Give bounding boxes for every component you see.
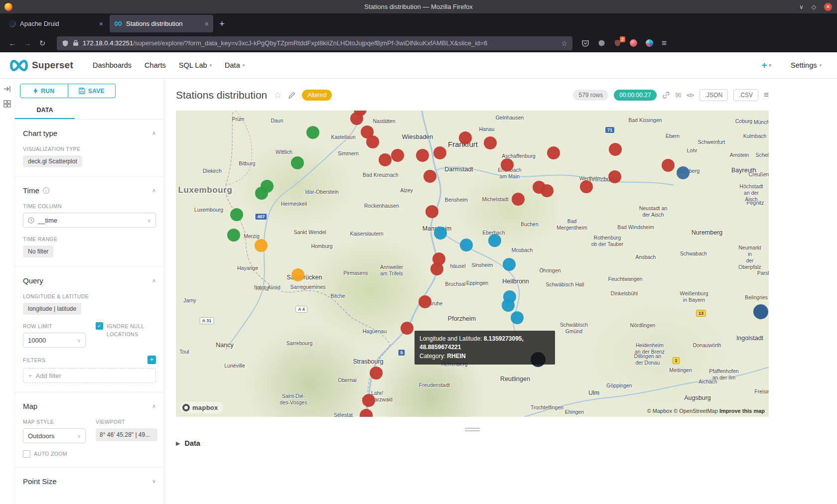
back-icon[interactable]: ← [5,39,20,47]
scatter-point[interactable] [255,187,268,200]
scatter-point[interactable] [512,193,525,206]
nav-data[interactable]: Data▾ [225,61,245,69]
scatter-point[interactable] [547,146,560,159]
tab-close-icon[interactable]: × [205,20,209,28]
scatter-point[interactable] [609,143,622,156]
maximize-button[interactable]: ◇ [812,4,816,10]
lonlat-chip[interactable]: longitude | latitude [23,303,81,315]
embed-code-icon[interactable]: </> [687,92,694,98]
data-results-panel[interactable]: ▶ Data [176,439,769,447]
tab-close-icon[interactable]: × [99,20,103,28]
chevron-down-icon[interactable]: ∨ [152,478,156,485]
scatter-point[interactable] [430,262,443,275]
scatter-point[interactable] [227,229,240,242]
improve-map-link[interactable]: Improve this map [719,408,765,414]
scatter-point[interactable] [662,159,675,172]
scatter-point[interactable] [503,258,516,271]
tab-data[interactable]: DATA [15,101,75,119]
auto-zoom-checkbox[interactable] [23,450,30,458]
pocket-icon[interactable] [581,39,589,47]
add-filter-box[interactable]: + Add filter [23,368,156,383]
adblock-shield-icon[interactable]: 2 [614,39,621,47]
scatter-point[interactable] [362,394,375,407]
time-range-chip[interactable]: No filter [23,246,53,257]
superset-logo[interactable]: Superset [9,59,73,72]
new-tab-button[interactable]: + [219,18,225,29]
time-column-select[interactable]: __time ∨ [23,213,156,228]
chevron-up-icon[interactable]: ∧ [152,130,156,136]
scatter-point[interactable] [291,268,304,281]
viewport-chip[interactable]: 8° 46' 45.28" | 49... [96,428,157,441]
osm-attribution-link[interactable]: © OpenStreetMap [674,408,718,414]
scatter-point[interactable] [306,126,319,139]
scatter-point[interactable] [230,208,243,221]
chevron-up-icon[interactable]: ∧ [152,277,156,284]
minimize-button[interactable]: ∨ [799,4,804,10]
scatter-point[interactable] [484,136,497,149]
info-icon[interactable]: i [43,187,49,194]
scatter-point[interactable] [370,367,383,379]
scatter-point[interactable] [416,149,429,162]
export-json-button[interactable]: .JSON [699,89,728,101]
scatter-point[interactable] [511,311,524,324]
resize-handle[interactable] [465,428,480,431]
chevron-up-icon[interactable]: ∧ [152,403,156,409]
reload-icon[interactable]: ↻ [35,39,50,48]
scatter-point[interactable] [488,234,501,247]
tab-apache-druid[interactable]: Apache Druid × [4,15,108,32]
scatter-point[interactable] [366,135,379,148]
add-filter-plus-button[interactable]: + [147,356,156,364]
nav-sql-lab[interactable]: SQL Lab▾ [179,61,212,69]
scatter-point[interactable] [434,227,447,240]
scatter-point[interactable] [753,304,768,319]
scatter-point[interactable] [423,170,436,183]
edit-title-icon[interactable] [288,92,295,99]
favorite-star-icon[interactable]: ☆ [274,90,281,101]
scatter-point[interactable] [418,295,431,308]
browser-menu-icon[interactable]: ≡ [662,38,667,48]
share-link-icon[interactable] [662,91,670,99]
scatter-point[interactable] [501,158,514,171]
map-canvas[interactable]: mapbox © Mapbox © OpenStreetMap Improve … [176,111,769,417]
mapbox-logo[interactable]: mapbox [180,402,223,413]
scatter-point[interactable] [608,170,621,183]
scatter-point[interactable] [433,146,446,159]
extension-icon[interactable] [598,39,605,47]
lock-icon[interactable] [73,40,79,46]
scatter-point[interactable] [459,131,472,144]
scatter-point[interactable] [391,149,404,162]
scatter-point[interactable] [425,205,438,218]
export-csv-button[interactable]: .CSV [733,89,758,101]
tracking-shield-icon[interactable] [62,40,69,47]
scatter-point[interactable] [401,322,414,335]
save-button[interactable]: SAVE [68,84,116,98]
map-style-select[interactable]: Outdoors ∨ [23,428,86,443]
forward-icon[interactable]: → [20,39,35,47]
profile-avatar[interactable] [630,39,637,47]
ignore-null-checkbox[interactable]: ✓ [96,322,103,330]
scatter-point[interactable] [350,112,363,125]
tab-stations-distribution[interactable]: Stations distribution × [110,15,213,32]
expand-panel-icon[interactable] [3,86,11,92]
mapbox-attribution-link[interactable]: © Mapbox [647,408,672,414]
chevron-up-icon[interactable]: ∧ [152,187,156,194]
nav-settings[interactable]: Settings▾ [791,61,822,69]
scatter-point[interactable] [541,184,554,197]
email-icon[interactable]: ✉ [676,91,682,99]
chart-menu-icon[interactable]: ≡ [764,90,769,100]
scatter-point[interactable] [677,166,690,179]
scatter-point[interactable] [502,299,515,312]
viz-type-chip[interactable]: deck.gl Scatterplot [23,155,82,167]
run-button[interactable]: RUN [20,84,68,98]
scatter-point[interactable] [255,239,268,252]
altered-badge[interactable]: Altered [302,90,332,101]
bookmark-star-icon[interactable]: ☆ [561,39,567,47]
nav-charts[interactable]: Charts [144,61,166,69]
new-item-button[interactable]: +▾ [761,60,771,71]
row-limit-select[interactable]: 10000 ∨ [23,333,86,348]
datasource-grid-icon[interactable] [3,100,11,108]
nav-dashboards[interactable]: Dashboards [93,61,132,69]
scatter-point[interactable] [291,156,304,169]
scatter-point[interactable] [460,239,473,252]
pinwheel-extension-icon[interactable] [646,39,653,47]
